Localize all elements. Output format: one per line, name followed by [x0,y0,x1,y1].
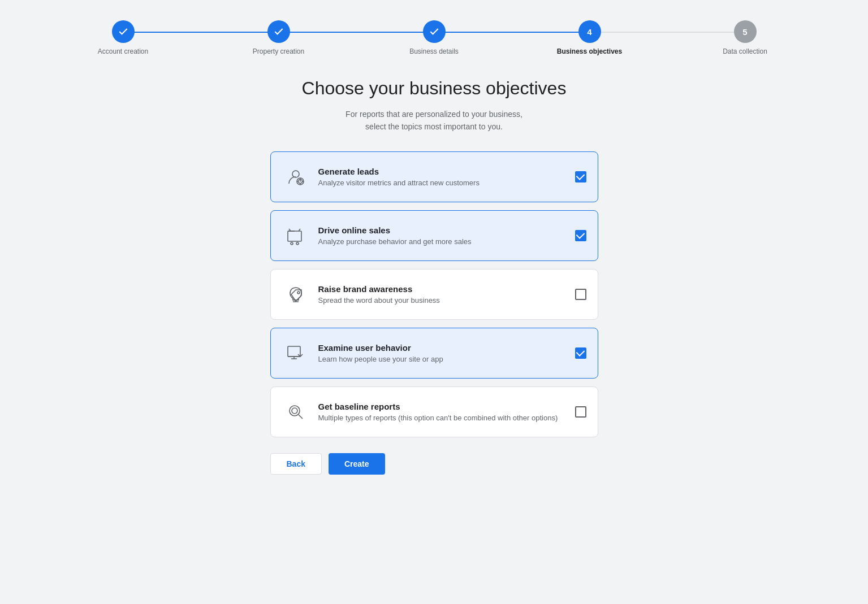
option-desc-leads: Analyze visitor metrics and attract new … [318,179,566,187]
svg-point-16 [297,292,300,294]
svg-point-21 [290,406,300,416]
checkbox-brand[interactable] [575,289,586,300]
step-business-objectives: 4 Business objectives [512,20,667,55]
option-raise-brand-awareness[interactable]: Raise brand awareness Spread the word ab… [270,269,598,320]
options-list: Generate leads Analyze visitor metrics a… [270,151,598,437]
step-label-1: Account creation [98,47,148,55]
option-desc-baseline: Multiple types of reports (this option c… [318,414,566,422]
brand-icon [282,281,309,308]
option-drive-online-sales[interactable]: Drive online sales Analyze purchase beha… [270,210,598,261]
step-circle-2 [267,20,290,43]
svg-rect-9 [288,231,301,241]
step-circle-3 [423,20,446,43]
back-button[interactable]: Back [270,453,322,475]
svg-line-22 [299,415,303,419]
page-title: Choose your business objectives [302,78,567,99]
option-text-brand: Raise brand awareness Spread the word ab… [318,284,566,305]
behavior-icon [282,340,309,367]
step-label-4: Business objectives [557,47,622,55]
option-title-brand: Raise brand awareness [318,284,566,294]
svg-point-23 [292,408,297,414]
checkbox-baseline[interactable] [575,406,586,418]
option-desc-sales: Analyze purchase behavior and get more s… [318,237,566,246]
svg-point-12 [291,242,293,245]
option-text-baseline: Get baseline reports Multiple types of r… [318,402,566,422]
option-title-behavior: Examine user behavior [318,343,566,353]
checkbox-behavior[interactable] [575,347,586,359]
page-subtitle: For reports that are personalized to you… [346,108,522,133]
option-generate-leads[interactable]: Generate leads Analyze visitor metrics a… [270,151,598,202]
option-title-baseline: Get baseline reports [318,402,566,411]
option-get-baseline-reports[interactable]: Get baseline reports Multiple types of r… [270,386,598,437]
option-title-sales: Drive online sales [318,225,566,235]
option-examine-user-behavior[interactable]: Examine user behavior Learn how people u… [270,328,598,379]
main-content: Choose your business objectives For repo… [0,67,868,497]
baseline-icon [282,398,309,425]
step-label-3: Business details [409,47,459,55]
step-label-2: Property creation [253,47,304,55]
option-text-behavior: Examine user behavior Learn how people u… [318,343,566,363]
step-property-creation: Property creation [201,20,356,55]
option-text-sales: Drive online sales Analyze purchase beha… [318,225,566,246]
step-circle-5: 5 [734,20,757,43]
step-data-collection: 5 Data collection [667,20,823,55]
leads-icon [282,163,309,190]
option-title-leads: Generate leads [318,167,566,176]
option-desc-brand: Spread the word about your business [318,296,566,305]
step-circle-1 [112,20,135,43]
step-business-details: Business details [356,20,512,55]
step-label-5: Data collection [723,47,767,55]
step-account-creation: Account creation [45,20,201,55]
sales-icon [282,222,309,249]
svg-point-13 [296,242,299,245]
option-text-leads: Generate leads Analyze visitor metrics a… [318,167,566,187]
stepper: Account creation Property creation Busin… [0,0,868,67]
create-button[interactable]: Create [329,453,385,475]
buttons-row: Back Create [270,453,598,475]
option-desc-behavior: Learn how people use your site or app [318,355,566,363]
checkbox-sales[interactable] [575,230,586,241]
checkbox-leads[interactable] [575,171,586,182]
step-circle-4: 4 [578,20,601,43]
